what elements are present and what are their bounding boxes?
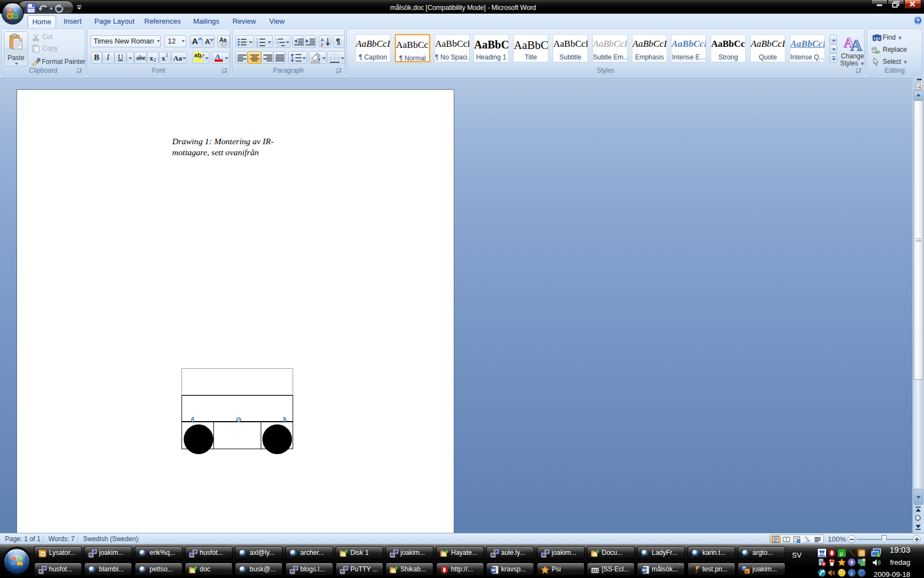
svg-text:a: a [746,570,748,574]
svg-text:W: W [642,568,646,572]
svg-text:Z: Z [321,42,323,47]
svg-text:i: i [278,44,279,47]
svg-text:W: W [491,568,496,572]
svg-text:A: A [321,37,324,42]
svg-text:i: i [851,570,853,576]
svg-text:ac: ac [875,49,880,54]
svg-text:3: 3 [256,44,258,47]
svg-text:321: 321 [592,569,598,572]
svg-text:μ: μ [840,550,843,557]
svg-text:A: A [850,36,862,52]
